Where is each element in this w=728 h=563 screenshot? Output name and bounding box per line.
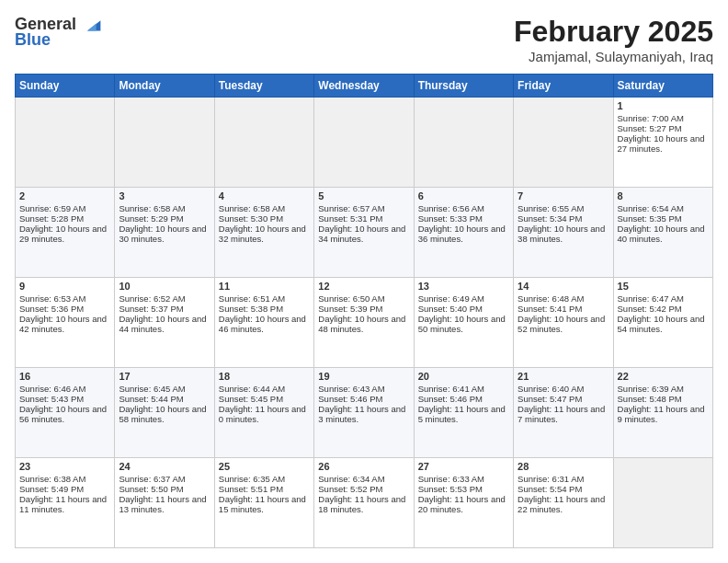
day-number: 4 [219,190,310,201]
table-row: 20Sunrise: 6:41 AMSunset: 5:46 PMDayligh… [414,368,513,458]
day-info: Sunset: 5:36 PM [19,304,110,314]
day-info: Daylight: 11 hours and 9 minutes. [618,404,709,424]
day-number: 11 [219,281,310,292]
day-info: Sunset: 5:27 PM [618,123,709,133]
day-number: 15 [618,281,709,292]
table-row: 7Sunrise: 6:55 AMSunset: 5:34 PMDaylight… [514,188,613,278]
day-number: 28 [518,461,609,472]
table-row: 22Sunrise: 6:39 AMSunset: 5:48 PMDayligh… [613,368,712,458]
table-row: 14Sunrise: 6:48 AMSunset: 5:41 PMDayligh… [514,278,613,368]
table-row: 8Sunrise: 6:54 AMSunset: 5:35 PMDaylight… [613,188,712,278]
table-row: 13Sunrise: 6:49 AMSunset: 5:40 PMDayligh… [414,278,513,368]
day-info: Sunset: 5:46 PM [318,394,409,404]
day-info: Daylight: 10 hours and 52 minutes. [518,314,609,334]
day-info: Sunrise: 6:46 AM [19,384,110,394]
table-row: 19Sunrise: 6:43 AMSunset: 5:46 PMDayligh… [314,368,414,458]
table-row: 6Sunrise: 6:56 AMSunset: 5:33 PMDaylight… [414,188,513,278]
table-row: 28Sunrise: 6:31 AMSunset: 5:54 PMDayligh… [514,458,613,548]
page: General Blue February 2025 Jamjamal, Sul… [0,0,728,563]
day-info: Sunset: 5:29 PM [119,213,210,224]
day-info: Sunrise: 6:55 AM [518,203,609,213]
table-row: 10Sunrise: 6:52 AMSunset: 5:37 PMDayligh… [115,278,214,368]
table-row: 15Sunrise: 6:47 AMSunset: 5:42 PMDayligh… [613,278,712,368]
calendar-week-row: 23Sunrise: 6:38 AMSunset: 5:49 PMDayligh… [16,458,713,548]
day-info: Sunset: 5:51 PM [219,484,310,494]
day-info: Sunset: 5:42 PM [618,304,709,314]
table-row [214,98,313,188]
day-info: Sunset: 5:47 PM [518,394,609,404]
day-info: Sunset: 5:40 PM [418,304,509,314]
day-info: Sunrise: 6:47 AM [618,293,709,304]
day-info: Sunset: 5:34 PM [518,213,609,224]
day-info: Daylight: 10 hours and 30 minutes. [119,224,210,244]
table-row [314,98,414,188]
day-info: Sunset: 5:39 PM [318,304,409,314]
day-number: 6 [418,190,509,201]
day-number: 3 [119,190,210,201]
day-number: 9 [19,281,110,292]
day-info: Daylight: 10 hours and 56 minutes. [19,404,110,424]
day-number: 7 [518,190,609,201]
table-row: 16Sunrise: 6:46 AMSunset: 5:43 PMDayligh… [16,368,115,458]
day-info: Daylight: 10 hours and 38 minutes. [518,224,609,244]
day-number: 19 [318,371,409,382]
table-row: 3Sunrise: 6:58 AMSunset: 5:29 PMDaylight… [115,188,214,278]
day-info: Sunrise: 6:48 AM [518,293,609,304]
col-monday: Monday [115,75,214,98]
title-block: February 2025 Jamjamal, Sulaymaniyah, Ir… [514,15,713,64]
day-info: Sunset: 5:43 PM [19,394,110,404]
location-title: Jamjamal, Sulaymaniyah, Iraq [514,49,713,64]
day-info: Sunrise: 6:40 AM [518,384,609,394]
calendar-week-row: 1Sunrise: 7:00 AMSunset: 5:27 PMDaylight… [16,98,713,188]
day-info: Daylight: 10 hours and 40 minutes. [618,224,709,244]
day-info: Sunrise: 6:52 AM [119,293,210,304]
day-info: Sunset: 5:45 PM [219,394,310,404]
day-info: Sunset: 5:52 PM [318,484,409,494]
day-info: Daylight: 11 hours and 18 minutes. [318,494,409,514]
day-info: Daylight: 10 hours and 29 minutes. [19,224,110,244]
day-info: Sunrise: 6:51 AM [219,293,310,304]
table-row: 23Sunrise: 6:38 AMSunset: 5:49 PMDayligh… [16,458,115,548]
day-number: 14 [518,281,609,292]
day-info: Daylight: 10 hours and 32 minutes. [219,224,310,244]
month-title: February 2025 [514,15,713,49]
table-row: 18Sunrise: 6:44 AMSunset: 5:45 PMDayligh… [214,368,313,458]
day-info: Sunrise: 6:54 AM [618,203,709,213]
table-row: 5Sunrise: 6:57 AMSunset: 5:31 PMDaylight… [314,188,414,278]
day-number: 17 [119,371,210,382]
day-info: Daylight: 10 hours and 48 minutes. [318,314,409,334]
table-row: 1Sunrise: 7:00 AMSunset: 5:27 PMDaylight… [613,98,712,188]
day-number: 2 [19,190,110,201]
logo-icon [80,16,102,34]
table-row: 12Sunrise: 6:50 AMSunset: 5:39 PMDayligh… [314,278,414,368]
day-info: Daylight: 11 hours and 13 minutes. [119,494,210,514]
day-info: Sunrise: 6:41 AM [418,384,509,394]
col-thursday: Thursday [414,75,513,98]
day-info: Daylight: 11 hours and 5 minutes. [418,404,509,424]
day-info: Sunrise: 6:38 AM [19,474,110,484]
day-info: Sunrise: 6:50 AM [318,293,409,304]
table-row [414,98,513,188]
day-info: Sunrise: 6:57 AM [318,203,409,213]
day-info: Sunrise: 6:43 AM [318,384,409,394]
logo: General Blue [15,15,102,50]
calendar-table: Sunday Monday Tuesday Wednesday Thursday… [15,74,713,548]
day-info: Sunrise: 6:35 AM [219,474,310,484]
day-info: Sunrise: 6:56 AM [418,203,509,213]
calendar-header-row: Sunday Monday Tuesday Wednesday Thursday… [16,75,713,98]
day-info: Sunset: 5:28 PM [19,213,110,224]
day-info: Daylight: 10 hours and 27 minutes. [618,133,709,154]
day-info: Sunrise: 7:00 AM [618,113,709,123]
col-wednesday: Wednesday [314,75,414,98]
col-tuesday: Tuesday [214,75,313,98]
logo-blue-text: Blue [15,30,51,50]
day-info: Sunrise: 6:49 AM [418,293,509,304]
day-info: Sunset: 5:37 PM [119,304,210,314]
day-info: Daylight: 10 hours and 58 minutes. [119,404,210,424]
day-info: Daylight: 11 hours and 22 minutes. [518,494,609,514]
day-info: Sunrise: 6:58 AM [219,203,310,213]
day-info: Sunset: 5:54 PM [518,484,609,494]
day-info: Daylight: 10 hours and 54 minutes. [618,314,709,334]
table-row: 2Sunrise: 6:59 AMSunset: 5:28 PMDaylight… [16,188,115,278]
col-friday: Friday [514,75,613,98]
